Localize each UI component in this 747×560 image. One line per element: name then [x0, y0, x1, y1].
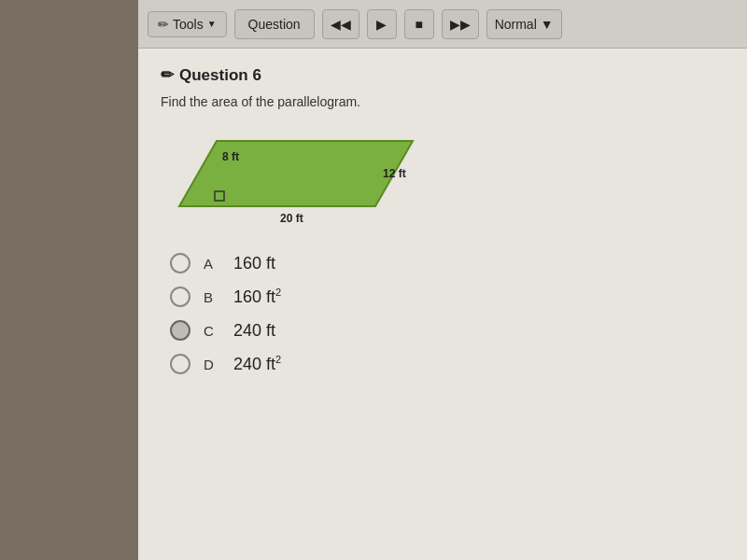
question-text: Find the area of the parallelogram. — [161, 94, 725, 109]
choice-text-d: 240 ft2 — [233, 354, 281, 374]
choice-row-b: B 160 ft2 — [170, 287, 725, 307]
diagram-area: 8 ft 12 ft 20 ft — [170, 124, 469, 236]
normal-label: Normal — [495, 17, 537, 32]
question-label: Question — [248, 17, 301, 32]
play-button[interactable]: ▶ — [367, 9, 397, 39]
question-header: ✏ Question 6 — [161, 65, 725, 85]
rewind-button[interactable]: ◀◀ — [322, 9, 359, 39]
pencil-icon: ✏ — [158, 17, 169, 32]
choices-list: A 160 ft B 160 ft2 C 240 ft D 240 ft2 — [170, 253, 725, 374]
question-number: Question 6 — [179, 66, 261, 85]
choice-row-d: D 240 ft2 — [170, 354, 725, 374]
fastforward-icon: ▶▶ — [450, 17, 471, 32]
choice-letter-b: B — [204, 289, 220, 305]
tools-button[interactable]: ✏ Tools ▼ — [148, 11, 227, 37]
choice-letter-c: C — [204, 323, 220, 339]
choice-row-a: A 160 ft — [170, 253, 725, 273]
radio-b[interactable] — [170, 287, 190, 307]
dim-8ft-label: 8 ft — [222, 150, 239, 163]
toolbar: ✏ Tools ▼ Question ◀◀ ▶ ■ ▶▶ Normal ▼ — [138, 0, 747, 49]
stop-icon: ■ — [415, 17, 422, 32]
choice-text-a: 160 ft — [233, 254, 275, 273]
dim-12ft-label: 12 ft — [383, 167, 406, 180]
question-pencil-icon: ✏ — [161, 65, 174, 85]
stop-button[interactable]: ■ — [404, 9, 434, 39]
fastforward-button[interactable]: ▶▶ — [442, 9, 479, 39]
radio-c[interactable] — [170, 320, 190, 341]
choice-letter-d: D — [204, 357, 220, 372]
normal-chevron-icon: ▼ — [541, 17, 554, 32]
question-button[interactable]: Question — [234, 9, 315, 39]
choice-letter-a: A — [204, 256, 220, 272]
choice-text-c: 240 ft — [233, 321, 275, 341]
tools-label: Tools — [173, 17, 204, 32]
rewind-icon: ◀◀ — [331, 17, 351, 32]
choice-row-c: C 240 ft — [170, 320, 725, 341]
choice-text-b: 160 ft2 — [233, 287, 281, 307]
parallelogram-svg — [170, 124, 469, 227]
left-sidebar — [0, 0, 138, 560]
dim-20ft-label: 20 ft — [280, 212, 303, 225]
radio-d[interactable] — [170, 354, 190, 374]
radio-a[interactable] — [170, 253, 190, 273]
question-area: ✏ Question 6 Find the area of the parall… — [138, 49, 747, 391]
normal-dropdown[interactable]: Normal ▼ — [486, 9, 562, 39]
tools-chevron-icon: ▼ — [207, 19, 217, 29]
main-content: ✏ Tools ▼ Question ◀◀ ▶ ■ ▶▶ Normal ▼ ✏ … — [138, 0, 747, 560]
play-icon: ▶ — [376, 17, 387, 32]
